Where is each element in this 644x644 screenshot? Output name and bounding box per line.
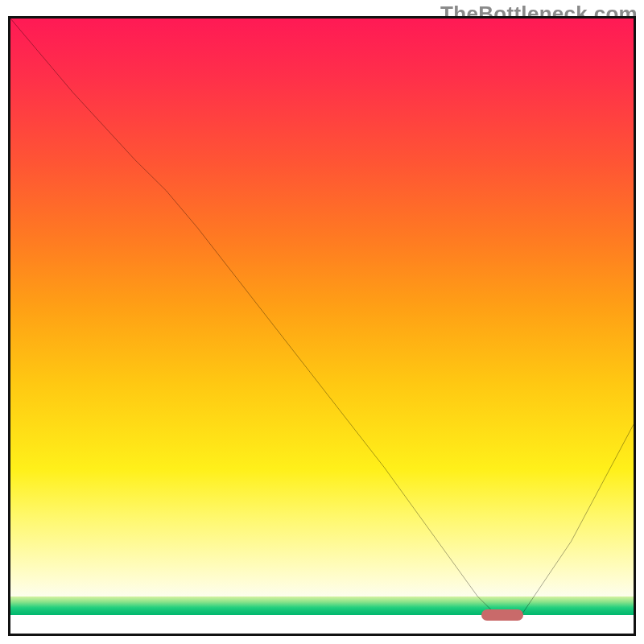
optimal-point-marker — [481, 609, 523, 621]
chart-area — [10, 19, 634, 634]
chart-frame — [8, 16, 636, 636]
bottleneck-curve — [10, 19, 634, 634]
